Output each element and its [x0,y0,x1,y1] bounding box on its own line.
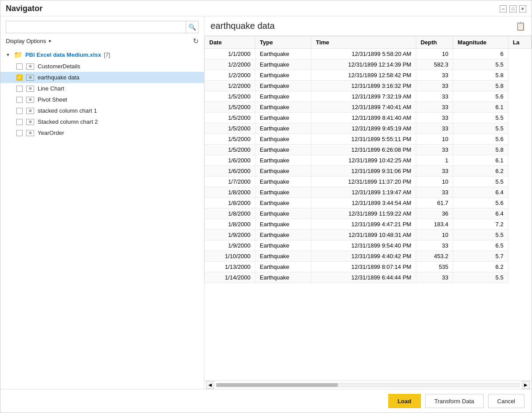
table-icon-year-order: ⊞ [26,130,34,136]
table-cell: Earthquake [255,113,311,123]
table-cell: 33 [416,123,453,134]
scroll-left-button[interactable]: ◀ [206,381,214,389]
checkbox-customer-details[interactable] [16,63,23,70]
cancel-button[interactable]: Cancel [488,394,524,408]
table-cell: 12/31/1899 11:37:20 PM [311,177,416,187]
table-cell: 1/8/2000 [205,219,255,230]
table-icon-stacked-col-1: ⊞ [26,108,34,114]
tree-item-year-order[interactable]: ⊞YearOrder [0,127,204,138]
close-button[interactable]: ✕ [519,5,526,12]
table-cell: 5.5 [453,272,508,283]
table-cell: 12/31/1899 8:41:40 AM [311,113,416,123]
table-row: 1/8/2000Earthquake12/31/1899 1:19:47 AM3… [205,187,532,198]
table-row: 1/9/2000Earthquake12/31/1899 9:54:40 PM3… [205,240,532,251]
table-row: 1/6/2000Earthquake12/31/1899 10:42:25 AM… [205,155,532,166]
tree-items-container: ⊞CustomerDetails⊞earthquake data⊞Line Ch… [0,61,204,138]
horizontal-scrollbar[interactable]: ◀ ▶ [204,380,532,389]
tree-item-pivot-sheet[interactable]: ⊞Pivot Sheet [0,94,204,105]
table-cell: Earthquake [255,102,311,113]
table-cell: 6.2 [453,166,508,177]
chevron-down-icon: ▼ [48,39,52,43]
table-cell: 12/31/1899 1:19:47 AM [311,187,416,198]
data-table-wrapper[interactable]: DateTypeTimeDepthMagnitudeLa 1/1/2000Ear… [204,36,532,380]
tree-item-earthquake-data[interactable]: ⊞earthquake data [0,72,204,83]
scroll-right-button[interactable]: ▶ [522,381,530,389]
tree-file-row[interactable]: ▼ 📁 PBI Excel data Medium.xlsx [7] [0,49,204,61]
table-row: 1/5/2000Earthquake12/31/1899 6:26:08 PM3… [205,145,532,155]
tree-item-label-customer-details: CustomerDetails [38,63,80,70]
table-cell: 1/6/2000 [205,166,255,177]
tree-item-label-earthquake-data: earthquake data [38,74,79,81]
refresh-icon[interactable]: ↻ [193,37,199,45]
table-cell: Earthquake [255,49,311,59]
table-cell: Earthquake [255,251,311,262]
table-row: 1/14/2000Earthquake12/31/1899 6:44:44 PM… [205,272,532,283]
table-cell: Earthquake [255,272,311,283]
table-cell: 5.6 [453,198,508,208]
table-cell: 1/2/2000 [205,70,255,81]
options-row: Display Options ▼ ↻ [0,37,204,49]
search-button[interactable]: 🔍 [186,21,199,33]
arrow-left-icon: ◀ [208,382,212,387]
tree-item-line-chart[interactable]: ⊞Line Chart [0,83,204,94]
table-cell: 1/2/2000 [205,81,255,91]
scroll-track[interactable] [216,383,520,387]
minimize-icon: ─ [502,7,505,11]
preview-file-icon[interactable]: 📋 [516,21,525,31]
table-cell: 33 [416,91,453,102]
table-cell: 6 [453,49,508,59]
title-bar: Navigator ─ □ ✕ [0,0,532,16]
table-cell: 5.6 [453,134,508,145]
table-cell: 12/31/1899 9:54:40 PM [311,240,416,251]
table-cell: 5.5 [453,177,508,187]
transform-data-button[interactable]: Transform Data [425,394,484,408]
table-cell: 1/8/2000 [205,187,255,198]
table-cell: Earthquake [255,208,311,219]
folder-icon: 📁 [14,51,23,59]
table-cell: 12/31/1899 3:16:32 PM [311,81,416,91]
tree-item-label-stacked-col-1: stacked column chart 1 [38,107,97,114]
table-cell: 12/31/1899 7:40:41 AM [311,102,416,113]
table-cell: 1/10/2000 [205,251,255,262]
table-icon-stacked-col-2: ⊞ [26,119,34,125]
tree-item-stacked-col-2[interactable]: ⊞Stacked column chart 2 [0,116,204,127]
search-input[interactable] [6,21,186,33]
table-cell: 5.6 [453,91,508,102]
table-cell: 10 [416,230,453,240]
table-icon-earthquake-data: ⊞ [26,75,34,81]
table-cell: Earthquake [255,123,311,134]
table-row: 1/2/2000Earthquake12/31/1899 12:14:39 PM… [205,59,532,70]
table-cell: 5.7 [453,251,508,262]
window-title: Navigator [6,4,43,13]
checkbox-earthquake-data[interactable] [16,75,23,81]
table-cell: 6.1 [453,102,508,113]
table-cell: 1/9/2000 [205,240,255,251]
checkbox-pivot-sheet[interactable] [16,97,23,103]
arrow-right-icon: ▶ [524,382,528,387]
table-icon-line-chart: ⊞ [26,86,34,92]
navigator-window: Navigator ─ □ ✕ 🔍 Display Op [0,0,532,413]
table-cell: 12/31/1899 5:55:11 PM [311,134,416,145]
table-cell: 12/31/1899 10:48:31 AM [311,230,416,240]
table-cell: Earthquake [255,70,311,81]
checkbox-stacked-col-2[interactable] [16,119,23,125]
table-cell: Earthquake [255,219,311,230]
minimize-button[interactable]: ─ [500,5,507,12]
right-panel: earthquake data 📋 DateTypeTimeDepthMagni… [204,16,532,389]
table-cell: 33 [416,102,453,113]
load-button[interactable]: Load [388,394,421,408]
table-cell: 33 [416,240,453,251]
restore-button[interactable]: □ [509,5,516,12]
table-cell: Earthquake [255,240,311,251]
checkbox-stacked-col-1[interactable] [16,108,23,114]
checkbox-line-chart[interactable] [16,86,23,92]
tree-item-customer-details[interactable]: ⊞CustomerDetails [0,61,204,72]
data-table-container: DateTypeTimeDepthMagnitudeLa 1/1/2000Ear… [204,35,532,380]
file-name: PBI Excel data Medium.xlsx [25,51,101,58]
table-row: 1/10/2000Earthquake12/31/1899 4:40:42 PM… [205,251,532,262]
tree-item-stacked-col-1[interactable]: ⊞stacked column chart 1 [0,105,204,116]
checkbox-year-order[interactable] [16,130,23,136]
table-cell: 1/5/2000 [205,123,255,134]
display-options-button[interactable]: Display Options ▼ [6,38,52,44]
preview-header: earthquake data 📋 [204,21,532,35]
